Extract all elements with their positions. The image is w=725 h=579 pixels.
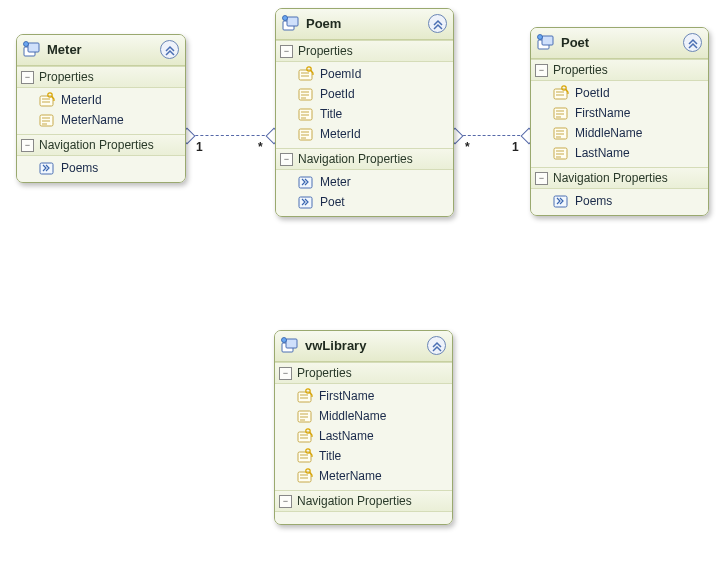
property-name: Title — [320, 107, 342, 121]
navprop-name: Poems — [575, 194, 612, 208]
property-icon — [553, 125, 569, 141]
properties-list: FirstName MiddleName LastName Title Mete… — [275, 384, 452, 490]
property-row[interactable]: MeterName — [17, 110, 185, 130]
property-row[interactable]: LastName — [275, 426, 452, 446]
key-icon — [39, 92, 55, 108]
key-icon — [297, 448, 313, 464]
section-label: Properties — [297, 366, 352, 380]
navprops-list: Poems — [531, 189, 708, 215]
property-name: MeterId — [320, 127, 361, 141]
entity-icon — [282, 15, 300, 33]
property-row[interactable]: MiddleName — [275, 406, 452, 426]
entity-title: Poet — [557, 35, 683, 50]
entity-header[interactable]: vwLibrary — [275, 331, 452, 362]
key-icon — [297, 428, 313, 444]
navprops-list: Poems — [17, 156, 185, 182]
entity-poem[interactable]: Poem − Properties PoemId PoetId Title Me… — [275, 8, 454, 217]
multiplicity-label: 1 — [512, 140, 519, 154]
section-properties-header[interactable]: − Properties — [17, 66, 185, 88]
toggle-icon[interactable]: − — [535, 172, 548, 185]
property-icon — [39, 112, 55, 128]
section-label: Navigation Properties — [298, 152, 413, 166]
property-row[interactable]: PoetId — [276, 84, 453, 104]
property-name: MiddleName — [319, 409, 386, 423]
key-icon — [553, 85, 569, 101]
property-row[interactable]: LastName — [531, 143, 708, 163]
toggle-icon[interactable]: − — [279, 495, 292, 508]
property-row[interactable]: PoetId — [531, 83, 708, 103]
property-row[interactable]: FirstName — [275, 386, 452, 406]
section-properties-header[interactable]: − Properties — [531, 59, 708, 81]
property-icon — [297, 408, 313, 424]
entity-icon — [23, 41, 41, 59]
toggle-icon[interactable]: − — [21, 139, 34, 152]
collapse-button[interactable] — [683, 33, 702, 52]
toggle-icon[interactable]: − — [280, 45, 293, 58]
section-navprops-header[interactable]: − Navigation Properties — [276, 148, 453, 170]
property-name: MiddleName — [575, 126, 642, 140]
property-name: MeterName — [319, 469, 382, 483]
navprop-row[interactable]: Poems — [531, 191, 708, 211]
relation-meter-poem — [185, 135, 275, 136]
section-navprops-header[interactable]: − Navigation Properties — [17, 134, 185, 156]
nav-icon — [298, 174, 314, 190]
multiplicity-label: 1 — [196, 140, 203, 154]
property-row[interactable]: FirstName — [531, 103, 708, 123]
navprop-name: Poems — [61, 161, 98, 175]
key-icon — [298, 66, 314, 82]
navprop-row[interactable]: Poet — [276, 192, 453, 212]
toggle-icon[interactable]: − — [535, 64, 548, 77]
navprop-row[interactable]: Poems — [17, 158, 185, 178]
navprops-list — [275, 512, 452, 524]
property-name: Title — [319, 449, 341, 463]
property-row[interactable]: MeterId — [276, 124, 453, 144]
section-navprops-header[interactable]: − Navigation Properties — [531, 167, 708, 189]
section-label: Navigation Properties — [39, 138, 154, 152]
section-label: Navigation Properties — [553, 171, 668, 185]
entity-meter[interactable]: Meter − Properties MeterId MeterName − N… — [16, 34, 186, 183]
entity-title: Poem — [302, 16, 428, 31]
property-icon — [553, 145, 569, 161]
entity-title: vwLibrary — [301, 338, 427, 353]
property-name: PoetId — [575, 86, 610, 100]
navprop-row[interactable]: Meter — [276, 172, 453, 192]
section-properties-header[interactable]: − Properties — [276, 40, 453, 62]
entity-header[interactable]: Poet — [531, 28, 708, 59]
section-label: Properties — [39, 70, 94, 84]
entity-header[interactable]: Poem — [276, 9, 453, 40]
property-row[interactable]: PoemId — [276, 64, 453, 84]
nav-icon — [298, 194, 314, 210]
property-name: PoetId — [320, 87, 355, 101]
property-row[interactable]: Title — [276, 104, 453, 124]
collapse-button[interactable] — [427, 336, 446, 355]
property-icon — [298, 86, 314, 102]
collapse-button[interactable] — [428, 14, 447, 33]
nav-icon — [553, 193, 569, 209]
property-name: MeterId — [61, 93, 102, 107]
property-name: PoemId — [320, 67, 361, 81]
property-name: MeterName — [61, 113, 124, 127]
navprops-list: Meter Poet — [276, 170, 453, 216]
property-row[interactable]: MeterName — [275, 466, 452, 486]
property-row[interactable]: Title — [275, 446, 452, 466]
property-row[interactable]: MeterId — [17, 90, 185, 110]
property-icon — [298, 126, 314, 142]
toggle-icon[interactable]: − — [280, 153, 293, 166]
properties-list: PoemId PoetId Title MeterId — [276, 62, 453, 148]
property-name: FirstName — [319, 389, 374, 403]
section-label: Properties — [553, 63, 608, 77]
toggle-icon[interactable]: − — [21, 71, 34, 84]
key-icon — [297, 388, 313, 404]
property-icon — [553, 105, 569, 121]
section-navprops-header[interactable]: − Navigation Properties — [275, 490, 452, 512]
entity-vwlibrary[interactable]: vwLibrary − Properties FirstName MiddleN… — [274, 330, 453, 525]
entity-icon — [281, 337, 299, 355]
relation-poem-poet — [453, 135, 530, 136]
section-properties-header[interactable]: − Properties — [275, 362, 452, 384]
property-row[interactable]: MiddleName — [531, 123, 708, 143]
entity-header[interactable]: Meter — [17, 35, 185, 66]
entity-poet[interactable]: Poet − Properties PoetId FirstName Middl… — [530, 27, 709, 216]
navprop-name: Meter — [320, 175, 351, 189]
collapse-button[interactable] — [160, 40, 179, 59]
toggle-icon[interactable]: − — [279, 367, 292, 380]
